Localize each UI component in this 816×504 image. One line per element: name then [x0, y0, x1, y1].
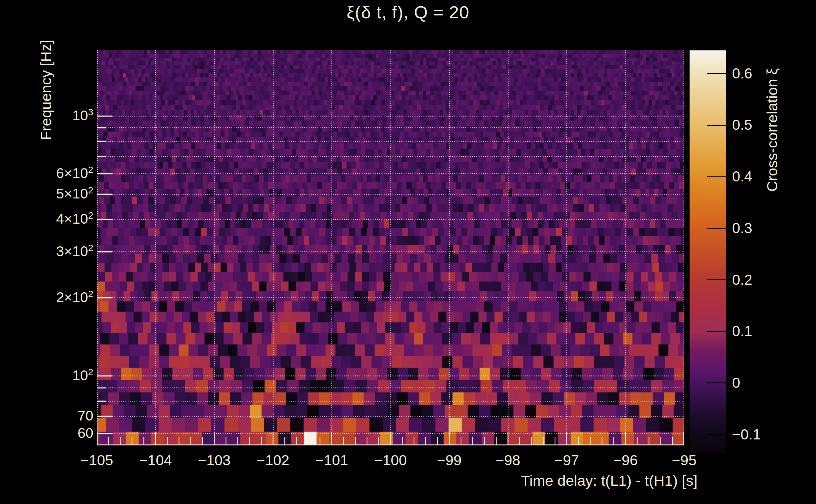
colorbar-tick-mark: [707, 228, 726, 229]
y-tick-label: 103: [14, 108, 93, 123]
y-tick-exponent: 2: [88, 210, 93, 221]
colorbar-tick-mark: [707, 73, 726, 74]
y-tick-exponent: 2: [88, 164, 93, 175]
colorbar-tick-mark: [707, 125, 726, 126]
colorbar-tick-label: 0.6: [732, 66, 752, 81]
y-tick-exponent: 2: [88, 367, 93, 377]
colorbar-tick-label: 0.1: [732, 324, 752, 338]
colorbar-tick-label: 0.2: [732, 272, 752, 287]
y-tick-exponent: 2: [88, 289, 93, 299]
y-tick-exponent: 2: [88, 243, 93, 253]
colorbar-tick-label: 0.5: [732, 117, 752, 132]
y-tick-label: 102: [14, 368, 93, 382]
y-tick-exponent: 3: [88, 107, 93, 117]
figure-canvas: ξ(δ t, f), Q = 20 Frequency [Hz] 1036×10…: [0, 0, 816, 504]
colorbar-gradient: [690, 50, 726, 453]
y-tick-exponent: 2: [88, 185, 93, 195]
plot-title: ξ(δ t, f), Q = 20: [0, 2, 816, 22]
y-tick-label: 5×102: [14, 186, 93, 201]
colorbar-tick-label: −0.1: [732, 427, 761, 442]
colorbar-title: Cross-correlation ξ: [763, 20, 781, 240]
y-tick-label: 4×102: [14, 212, 93, 226]
colorbar-tick-label: 0.3: [732, 221, 752, 235]
colorbar-tick-mark: [707, 176, 726, 177]
x-tick-label: −95: [650, 453, 719, 467]
colorbar-tick-label: 0: [732, 375, 740, 390]
colorbar-tick-mark: [707, 382, 726, 383]
y-tick-label: 70: [14, 409, 93, 423]
colorbar-tick-label: 0.4: [732, 169, 752, 184]
qscan-heatmap: [97, 50, 684, 445]
y-tick-label: 2×102: [14, 290, 93, 304]
colorbar-tick-mark: [707, 279, 726, 280]
y-tick-label: 3×102: [14, 244, 93, 258]
y-tick-label: 60: [14, 426, 93, 440]
colorbar-tick-mark: [707, 434, 726, 435]
y-tick-label: 6×102: [14, 166, 93, 180]
colorbar-tick-mark: [707, 331, 726, 332]
x-axis-title: Time delay: t(L1) - t(H1) [s]: [414, 472, 698, 489]
